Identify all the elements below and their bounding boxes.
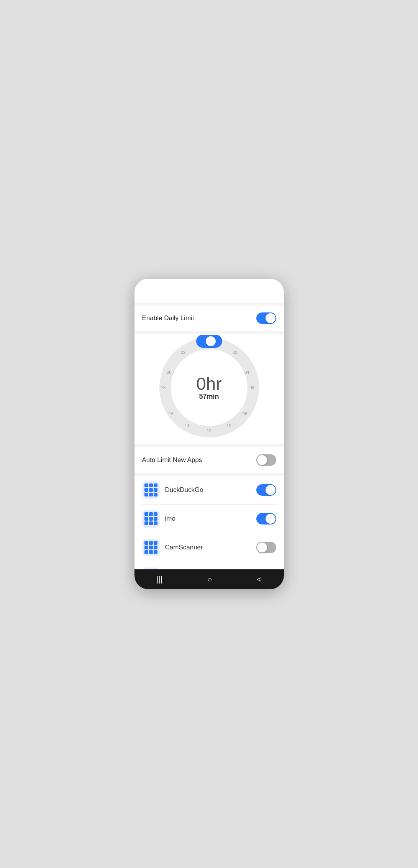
scroll-content: Enable Daily Limit 00 02 04	[134, 306, 284, 569]
dial-wrapper[interactable]: 00 02 04 06 08 10 12 14 16	[159, 338, 259, 437]
auto-limit-label: Auto Limit New Apps	[142, 456, 202, 464]
enable-daily-limit-toggle-thumb	[266, 313, 275, 323]
dial-num-06: 06	[249, 385, 254, 390]
page-title: Daily Usage Limit	[178, 286, 242, 295]
dial-num-12: 12	[207, 428, 211, 433]
nav-menu-button[interactable]: |||	[149, 572, 170, 587]
back-button[interactable]: ←	[142, 286, 151, 296]
dot	[154, 488, 157, 492]
enable-daily-limit-section: Enable Daily Limit	[134, 306, 284, 331]
app-icon-dots	[144, 541, 157, 554]
app-row-imo: imo	[134, 505, 284, 533]
nav-back-button[interactable]: <	[249, 572, 269, 587]
dot	[144, 517, 148, 521]
app-list: DuckDuckGo	[134, 476, 284, 569]
dot	[144, 546, 148, 549]
dial-num-04: 04	[244, 370, 249, 375]
app-icon-dots	[144, 512, 157, 525]
dot	[154, 512, 157, 516]
dial-hours: 0hr	[196, 375, 221, 393]
nav-home-button[interactable]: ○	[200, 572, 220, 587]
auto-limit-row: Auto Limit New Apps	[134, 447, 284, 473]
clock-section: 00 02 04 06 08 10 12 14 16	[134, 334, 284, 444]
dot	[144, 512, 148, 516]
toggle-thumb	[257, 542, 267, 552]
app-row-duckduckgo: DuckDuckGo	[134, 476, 284, 504]
dial-num-18: 18	[161, 385, 166, 390]
dial-num-22: 22	[181, 350, 185, 355]
dot	[149, 521, 153, 525]
toggle-thumb	[266, 485, 275, 495]
app-icon-duckduckgo	[142, 481, 160, 499]
dial-minutes: 57min	[199, 393, 219, 401]
toggle-thumb	[266, 514, 275, 524]
dot	[154, 521, 157, 525]
dial-slider[interactable]	[196, 335, 222, 348]
dot	[154, 517, 157, 521]
auto-limit-toggle-thumb	[257, 455, 267, 465]
dial-num-20: 20	[167, 370, 171, 375]
dot	[149, 483, 153, 487]
dot	[149, 550, 153, 554]
app-toggle-duckduckgo[interactable]	[256, 484, 276, 496]
dial-num-10: 10	[226, 423, 231, 428]
dot	[144, 521, 148, 525]
app-name-camscanner: CamScanner	[165, 544, 256, 551]
app-icon-camscanner	[142, 539, 160, 556]
enable-daily-limit-toggle[interactable]	[256, 312, 276, 324]
dot	[154, 483, 157, 487]
app-name-imo: imo	[165, 515, 256, 523]
dot	[149, 546, 153, 549]
app-toggle-camscanner[interactable]	[256, 542, 276, 553]
header: ← Daily Usage Limit ✓	[134, 279, 284, 302]
dot	[144, 550, 148, 554]
dial-num-16: 16	[169, 411, 174, 416]
dot	[154, 550, 157, 554]
enable-daily-limit-label: Enable Daily Limit	[142, 314, 194, 322]
app-row-notepad: Notepad	[134, 562, 284, 569]
dial-num-02: 02	[233, 350, 237, 355]
dot	[144, 483, 148, 487]
dot	[144, 493, 148, 496]
dot	[154, 541, 157, 545]
bottom-nav: ||| ○ <	[134, 569, 284, 589]
app-icon-dots	[144, 483, 157, 496]
dot	[149, 517, 153, 521]
auto-limit-section: Auto Limit New Apps	[134, 447, 284, 473]
dot	[144, 488, 148, 492]
confirm-button[interactable]: ✓	[269, 286, 276, 296]
dot	[144, 541, 148, 545]
phone-frame: ← Daily Usage Limit ✓ Enable Daily Limit	[134, 279, 284, 589]
dot	[154, 546, 157, 549]
auto-limit-toggle[interactable]	[256, 454, 276, 466]
app-icon-imo	[142, 510, 160, 528]
enable-daily-limit-row: Enable Daily Limit	[134, 306, 284, 331]
dial-inner: 0hr 57min	[171, 349, 248, 426]
dot	[149, 541, 153, 545]
dial-num-14: 14	[185, 423, 189, 428]
app-toggle-imo[interactable]	[256, 513, 276, 524]
dot	[149, 493, 153, 496]
dot	[149, 512, 153, 516]
dial-num-08: 08	[243, 411, 247, 416]
dial-slider-thumb	[206, 336, 216, 346]
dot	[149, 488, 153, 492]
app-name-duckduckgo: DuckDuckGo	[165, 486, 256, 494]
app-row-camscanner: CamScanner	[134, 533, 284, 562]
dot	[154, 493, 157, 496]
